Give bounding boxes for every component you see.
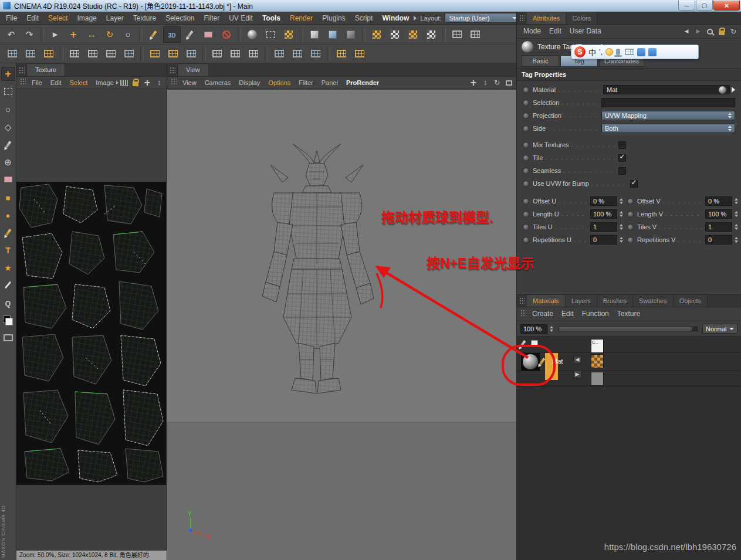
- texture-slot-button[interactable]: [573, 371, 581, 378]
- material-thumbnail-mat[interactable]: [521, 353, 540, 371]
- paint-setup-wizard-button[interactable]: [181, 26, 199, 43]
- view-menu-display[interactable]: Display: [235, 77, 264, 89]
- uv-grid-button-1[interactable]: [448, 26, 466, 43]
- view-menu-options[interactable]: Options: [264, 77, 295, 89]
- lasso-select-tool[interactable]: [1, 102, 15, 116]
- render-view-button[interactable]: [243, 26, 261, 43]
- material-checker-button-4[interactable]: [422, 26, 440, 43]
- menu-selection[interactable]: Selection: [161, 12, 199, 25]
- menu-image[interactable]: Image: [72, 12, 101, 25]
- panel-grip-icon[interactable]: [519, 297, 525, 304]
- view-menu-view[interactable]: View: [178, 77, 201, 89]
- layout-collapse-icon[interactable]: [414, 16, 417, 21]
- keyframe-circle-icon[interactable]: [523, 211, 529, 218]
- keyboard-icon[interactable]: [625, 49, 634, 55]
- length-v-stepper[interactable]: [733, 209, 739, 219]
- materials-zoom-stepper[interactable]: [549, 324, 554, 334]
- material-checker-button-1[interactable]: [368, 26, 385, 43]
- clone-stamp-tool[interactable]: [1, 155, 15, 169]
- keyframe-circle-icon[interactable]: [627, 198, 634, 205]
- blend-mode-dropdown[interactable]: Normal: [702, 324, 737, 334]
- layout-dropdown[interactable]: Startup (User): [445, 13, 521, 23]
- use-uvw-checkbox[interactable]: [630, 180, 638, 188]
- projection-dropdown[interactable]: UVW Mapping: [601, 111, 735, 120]
- redo-button[interactable]: [21, 26, 38, 43]
- selection-field[interactable]: [601, 98, 735, 107]
- offset-v-stepper[interactable]: [733, 196, 739, 206]
- offset-u-input[interactable]: 0 %: [590, 196, 617, 206]
- keyframe-circle-icon[interactable]: [523, 155, 529, 161]
- material-link-field[interactable]: Mat: [603, 85, 730, 94]
- screen-mask-toggle[interactable]: [1, 331, 15, 345]
- microphone-icon[interactable]: [616, 49, 620, 55]
- texture-slot-button[interactable]: [573, 356, 581, 364]
- color-swatches[interactable]: [1, 313, 15, 327]
- shape-tool[interactable]: [1, 260, 15, 274]
- smudge-tool[interactable]: [1, 225, 15, 239]
- menu-texture[interactable]: Texture: [128, 12, 161, 25]
- menu-plugins[interactable]: Plugins: [317, 12, 350, 25]
- tab-texture[interactable]: Texture: [26, 63, 65, 76]
- view-menu-prorender[interactable]: ProRender: [342, 77, 383, 89]
- ime-punctuation-toggle[interactable]: ’,: [599, 48, 603, 56]
- tiles-u-stepper[interactable]: [618, 222, 624, 232]
- minimize-button[interactable]: [678, 1, 695, 11]
- tiles-v-input[interactable]: 1: [705, 222, 732, 232]
- eraser-tool-button[interactable]: [199, 26, 217, 43]
- lock-icon[interactable]: [131, 79, 140, 87]
- sogou-logo-icon[interactable]: S: [574, 46, 586, 57]
- uv-align-right-button[interactable]: [245, 46, 262, 62]
- tab-swatches[interactable]: Swatches: [633, 295, 674, 307]
- brush-tool[interactable]: [1, 137, 15, 151]
- menu-tools[interactable]: Tools: [258, 12, 285, 25]
- pan-icon[interactable]: [143, 79, 151, 87]
- gradient-tool[interactable]: [1, 208, 15, 222]
- emoji-icon[interactable]: [605, 48, 613, 56]
- dolly-view-icon[interactable]: [481, 79, 489, 87]
- histogram-icon[interactable]: [120, 79, 128, 87]
- seamless-checkbox[interactable]: [618, 167, 626, 175]
- scroll-icon[interactable]: [155, 79, 163, 87]
- tab-layers[interactable]: Layers: [566, 295, 597, 307]
- rect-select-tool[interactable]: [1, 84, 15, 99]
- uv-fit-button[interactable]: [289, 46, 306, 62]
- close-button[interactable]: [713, 1, 740, 11]
- uv-unwrap-button[interactable]: [164, 46, 182, 62]
- uv-relax-button[interactable]: [146, 46, 164, 62]
- offset-u-stepper[interactable]: [618, 196, 624, 206]
- tiles-u-input[interactable]: 1: [590, 222, 617, 232]
- materials-menu-create[interactable]: Create: [528, 308, 557, 320]
- attr-menu-userdata[interactable]: User Data: [566, 25, 605, 38]
- materials-menu-edit[interactable]: Edit: [557, 308, 578, 320]
- lock-icon[interactable]: [718, 28, 726, 36]
- repetitions-u-stepper[interactable]: [618, 235, 624, 245]
- keyframe-circle-icon[interactable]: [523, 125, 529, 132]
- uv-edge-mode-button[interactable]: [22, 46, 39, 62]
- view-menu-panel[interactable]: Panel: [317, 77, 342, 89]
- keyframe-circle-icon[interactable]: [523, 237, 529, 243]
- keyframe-circle-icon[interactable]: [523, 113, 529, 119]
- materials-menu-function[interactable]: Function: [578, 308, 613, 320]
- keyframe-circle-icon[interactable]: [523, 181, 529, 187]
- uv-tile-u-button[interactable]: [333, 46, 350, 62]
- menu-select[interactable]: Select: [43, 12, 72, 25]
- materials-menu-texture[interactable]: Texture: [613, 308, 644, 320]
- texture-menu-edit[interactable]: Edit: [46, 77, 66, 89]
- search-icon[interactable]: [706, 28, 714, 36]
- maximize-view-icon[interactable]: [505, 79, 513, 87]
- projection-paint-toggle[interactable]: [218, 26, 235, 43]
- uv-scale-button[interactable]: [84, 46, 101, 62]
- texture-menu-select[interactable]: Select: [66, 77, 92, 89]
- panel-grip-icon[interactable]: [171, 78, 177, 85]
- add-generator-button[interactable]: [342, 26, 360, 43]
- channel-thumbnail-bump[interactable]: [591, 372, 604, 386]
- render-settings-button[interactable]: [280, 26, 297, 43]
- length-u-input[interactable]: 100 %: [590, 209, 617, 219]
- ime-mode-toggle[interactable]: 中: [588, 46, 596, 57]
- material-name-label[interactable]: Mat: [552, 358, 563, 365]
- menu-uv-edit[interactable]: UV Edit: [224, 12, 258, 25]
- tile-checkbox[interactable]: [618, 154, 626, 162]
- panel-grip-icon[interactable]: [20, 78, 26, 85]
- uv-projection-button[interactable]: [182, 46, 200, 62]
- length-v-input[interactable]: 100 %: [705, 209, 732, 219]
